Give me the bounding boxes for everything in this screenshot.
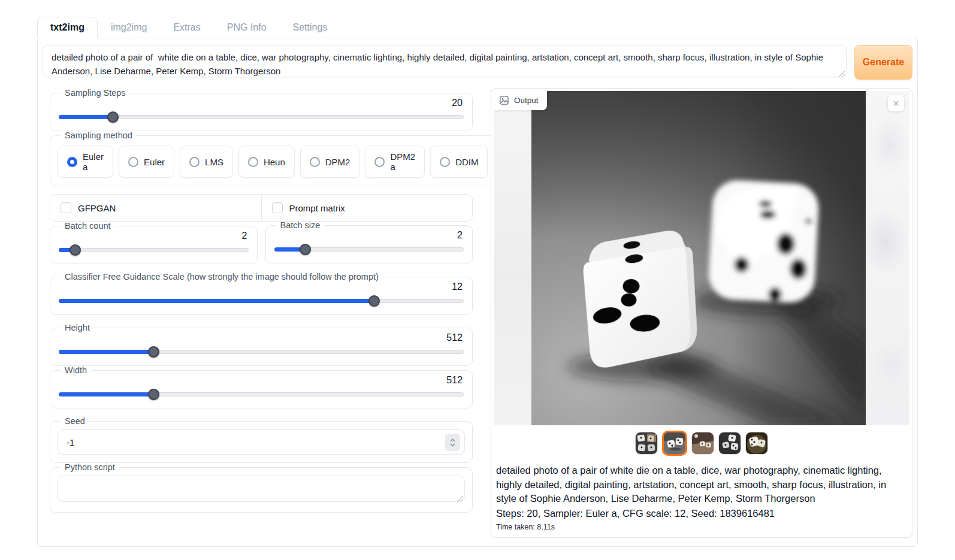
generation-info: detailed photo of a pair of white die on… — [494, 456, 909, 532]
caption-parameters: Steps: 20, Sampler: Euler a, CFG scale: … — [496, 507, 907, 521]
cfg-scale-slider[interactable] — [59, 295, 464, 307]
gallery-thumb-4[interactable] — [718, 432, 741, 455]
slider-handle[interactable] — [69, 244, 81, 256]
batch-count-slider[interactable] — [59, 244, 249, 256]
checkbox-label: GFPGAN — [78, 203, 116, 213]
batch-count-group: Batch count 2 — [50, 221, 258, 264]
tab-bar: txt2img img2img Extras PNG Info Settings — [37, 17, 918, 38]
radio-icon — [67, 157, 77, 167]
radio-icon — [310, 157, 320, 167]
height-group: Height 512 — [50, 323, 473, 366]
python-script-label: Python script — [61, 462, 119, 472]
image-icon — [500, 96, 509, 105]
prompt-row: detailed photo of a pair of white die on… — [43, 45, 912, 80]
sampling-method-label: Sampling method — [61, 131, 137, 140]
app-page: txt2img img2img Extras PNG Info Settings… — [0, 0, 955, 560]
gallery-thumbnails — [494, 430, 909, 456]
gfpgan-checkbox[interactable]: GFPGAN — [50, 195, 261, 221]
sampling-steps-slider[interactable] — [59, 111, 464, 123]
width-value: 512 — [58, 375, 465, 386]
batch-size-label: Batch size — [276, 220, 325, 230]
radio-lms[interactable]: LMS — [180, 146, 233, 178]
radio-heun[interactable]: Heun — [238, 146, 295, 178]
batch-size-value: 2 — [273, 230, 466, 241]
sampling-method-options: Euler a Euler LMS Heun DPM2 DPM2 a DDIM … — [58, 146, 552, 178]
radio-label: Heun — [264, 157, 285, 167]
slider-handle[interactable] — [148, 389, 159, 400]
radio-icon — [440, 157, 450, 167]
radio-label: LMS — [205, 157, 223, 167]
slider-handle[interactable] — [107, 111, 119, 123]
radio-label: Euler — [144, 157, 165, 167]
slider-handle[interactable] — [368, 295, 380, 307]
prompt-matrix-checkbox[interactable]: Prompt matrix — [261, 195, 473, 221]
radio-dpm2-a[interactable]: DPM2 a — [365, 146, 425, 178]
height-slider[interactable] — [59, 346, 464, 358]
width-slider[interactable] — [59, 389, 464, 400]
radio-label: Euler a — [83, 152, 104, 172]
radio-label: DDIM — [455, 157, 478, 167]
gallery-thumb-3[interactable] — [691, 432, 714, 455]
gallery-thumb-5[interactable] — [745, 432, 768, 455]
height-value: 512 — [58, 332, 465, 343]
radio-icon — [374, 157, 385, 167]
sampling-method-group: Sampling method Euler a Euler LMS Heun D… — [50, 131, 560, 186]
caption-time-taken: Time taken: 8.11s — [496, 523, 907, 531]
seed-input[interactable] — [58, 429, 465, 455]
tab-settings[interactable]: Settings — [280, 17, 341, 38]
tab-txt2img[interactable]: txt2img — [37, 17, 98, 38]
options-checkbox-row: GFPGAN Prompt matrix — [50, 194, 473, 222]
checkbox-label: Prompt matrix — [289, 203, 345, 213]
tab-png-info[interactable]: PNG Info — [214, 17, 280, 38]
cfg-scale-group: Classifier Free Guidance Scale (how stro… — [50, 272, 473, 315]
txt2img-panel: detailed photo of a pair of white die on… — [37, 38, 918, 547]
prompt-box: detailed photo of a pair of white die on… — [43, 45, 847, 80]
generated-image[interactable] — [531, 91, 866, 425]
radio-label: DPM2 — [325, 157, 350, 167]
tab-img2img[interactable]: img2img — [98, 17, 160, 38]
height-label: Height — [61, 323, 94, 332]
settings-column: Sampling Steps 20 Sampling method Euler … — [50, 88, 473, 520]
generate-button[interactable]: Generate — [854, 45, 912, 80]
viewer-backdrop-left — [494, 91, 531, 425]
checkbox-icon — [272, 202, 283, 213]
radio-icon — [248, 157, 258, 167]
close-output-button[interactable]: ✕ — [888, 95, 904, 111]
radio-dpm2[interactable]: DPM2 — [300, 146, 360, 178]
tab-extras[interactable]: Extras — [160, 17, 213, 38]
radio-euler-a[interactable]: Euler a — [58, 146, 113, 178]
sampling-steps-label: Sampling Steps — [61, 88, 130, 98]
batch-size-group: Batch size 2 — [265, 220, 473, 264]
gallery-thumb-2-selected[interactable] — [662, 431, 687, 456]
prompt-input[interactable]: detailed photo of a pair of white die on… — [43, 45, 847, 77]
image-viewer — [494, 91, 909, 425]
caption-prompt: detailed photo of a pair of white die on… — [496, 464, 907, 506]
radio-ddim[interactable]: DDIM — [430, 146, 488, 178]
gallery-thumb-1[interactable] — [635, 432, 658, 455]
radio-label: DPM2 a — [390, 152, 415, 172]
cfg-scale-label: Classifier Free Guidance Scale (how stro… — [61, 272, 383, 281]
slider-handle[interactable] — [148, 346, 159, 358]
radio-icon — [128, 157, 138, 167]
sampling-steps-group: Sampling Steps 20 — [50, 88, 473, 131]
output-panel: Output ✕ — [491, 88, 912, 538]
output-tag: Output — [494, 91, 547, 110]
width-group: Width 512 — [50, 365, 473, 408]
python-script-input[interactable] — [58, 476, 465, 502]
cfg-scale-value: 12 — [58, 281, 465, 292]
width-label: Width — [61, 365, 91, 375]
checkbox-icon — [61, 202, 71, 213]
seed-label: Seed — [61, 416, 89, 426]
radio-icon — [189, 157, 200, 167]
python-script-group: Python script — [50, 462, 473, 513]
radio-euler[interactable]: Euler — [119, 146, 174, 178]
output-tag-label: Output — [514, 96, 539, 105]
sampling-steps-value: 20 — [58, 98, 465, 108]
slider-handle[interactable] — [300, 244, 311, 255]
viewer-backdrop-right — [866, 91, 909, 425]
batch-count-value: 2 — [58, 231, 250, 241]
seed-group: Seed — [50, 416, 473, 463]
number-spinner[interactable] — [445, 434, 460, 451]
batch-size-slider[interactable] — [274, 244, 464, 255]
spinner-chevrons-icon — [449, 438, 456, 447]
